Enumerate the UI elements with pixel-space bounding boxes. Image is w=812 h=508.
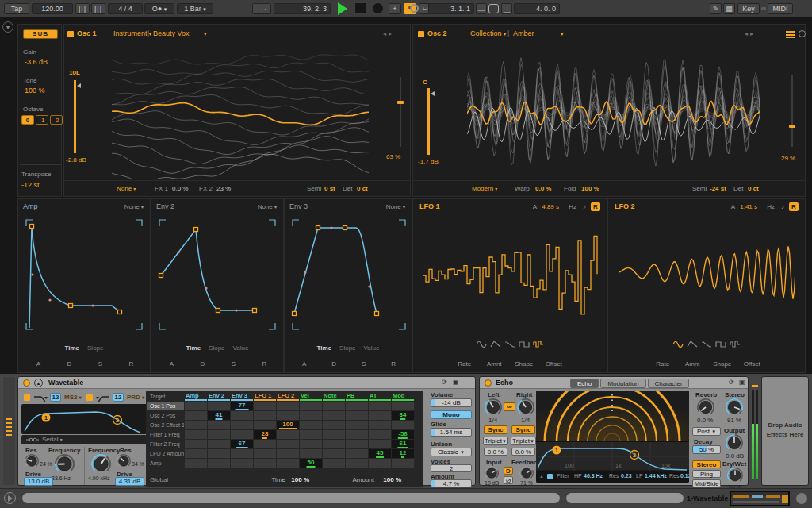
preview-play-icon[interactable]	[4, 492, 16, 504]
random-icon[interactable]	[533, 337, 544, 346]
matrix-column-header[interactable]: LFO 2	[277, 392, 299, 401]
osc2-category-menu[interactable]: Collection ▾	[470, 29, 506, 37]
overdub-icon[interactable]: +	[389, 3, 401, 14]
hot-swap-icon[interactable]: ⟳	[729, 379, 734, 386]
matrix-cell[interactable]	[185, 411, 207, 420]
mono-button[interactable]: Mono	[431, 410, 472, 419]
lfo1-retrigger-button[interactable]: R	[591, 202, 600, 211]
right-division-value[interactable]: 1/4	[521, 417, 530, 424]
square-icon[interactable]	[715, 337, 726, 346]
fold-value[interactable]: 100 %	[581, 185, 599, 192]
filter2-res-knob[interactable]	[117, 454, 131, 471]
matrix-cell[interactable]	[346, 430, 368, 439]
left-offset-value[interactable]: 0.0 %	[484, 448, 508, 456]
matrix-cell[interactable]	[300, 411, 322, 420]
clip-overview-thumbnail[interactable]	[730, 491, 790, 506]
stereo-link-icon[interactable]: ∞	[504, 402, 515, 411]
filter1-toggle[interactable]	[24, 394, 30, 401]
feedback-d-button[interactable]: D	[504, 467, 513, 475]
matrix-cell[interactable]: 100	[277, 421, 299, 429]
matrix-cell[interactable]	[185, 440, 207, 448]
lp-res-value[interactable]: 0.12	[680, 473, 689, 479]
right-sync-button[interactable]: Sync	[511, 425, 535, 434]
lfo2-note-sync-icon[interactable]: ♪	[781, 203, 784, 210]
matrix-cell[interactable]	[185, 402, 207, 410]
matrix-cell[interactable]	[254, 421, 276, 429]
matrix-cell[interactable]	[300, 402, 322, 410]
det-value[interactable]: 0 ct	[748, 185, 759, 192]
drop-audio-effects-zone[interactable]: Drop Audio Effects Here	[761, 376, 809, 486]
osc2-wavetable-visualization[interactable]	[467, 44, 760, 180]
show-hide-button[interactable]	[796, 493, 807, 504]
osc2-gain-fader[interactable]	[427, 88, 430, 155]
mode-stereo-button[interactable]: Stereo	[692, 460, 721, 468]
osc1-gain-handle[interactable]	[77, 83, 81, 88]
time-signature-field[interactable]: 4 / 4	[108, 3, 143, 14]
matrix-cell[interactable]	[323, 421, 345, 429]
matrix-column-header[interactable]: Env 3	[231, 392, 253, 401]
device-activator-led[interactable]	[485, 379, 492, 387]
matrix-cell[interactable]	[208, 430, 230, 439]
matrix-cell[interactable]: 41	[208, 411, 230, 420]
unfold-device-icon[interactable]: ▲	[34, 379, 43, 387]
matrix-cell[interactable]	[231, 449, 253, 458]
lfo2-attack-value[interactable]: 1.41 s	[740, 203, 757, 210]
follow-icon[interactable]: →·	[252, 3, 271, 14]
osc2-position-value[interactable]: 29 %	[781, 155, 795, 162]
matrix-cell[interactable]	[277, 449, 299, 458]
matrix-cell[interactable]	[346, 459, 368, 468]
matrix-cell[interactable]	[231, 411, 253, 420]
osc2-effect-mode-menu[interactable]: Modern ▾	[472, 185, 497, 192]
osc2-position-slider[interactable]	[791, 75, 793, 147]
tone-value[interactable]: 100 %	[25, 87, 45, 94]
filter1-slope-button[interactable]: 12	[50, 393, 61, 402]
mode-pingpong-button[interactable]: Ping Pong	[692, 470, 721, 478]
hp-freq-value[interactable]: 46.3 Hz	[584, 473, 603, 479]
matrix-cell[interactable]	[208, 459, 230, 468]
lfo2-hz-label[interactable]: Hz	[767, 203, 775, 210]
transpose-value[interactable]: -12 st	[21, 181, 40, 189]
matrix-cell[interactable]	[254, 411, 276, 420]
osc2-wavetable-menu[interactable]: Amber	[513, 29, 534, 37]
matrix-cell[interactable]	[208, 402, 230, 410]
matrix-cell[interactable]: 34	[392, 411, 414, 420]
matrix-cell[interactable]	[369, 459, 391, 468]
tap-tempo-button[interactable]: Tap	[4, 3, 29, 14]
matrix-cell[interactable]	[254, 459, 276, 468]
osc2-toggle[interactable]	[418, 31, 424, 37]
matrix-column-header[interactable]: Env 2	[208, 392, 230, 401]
matrix-column-header[interactable]: Amp	[185, 392, 207, 401]
output-value[interactable]: 0.0 dB	[726, 452, 744, 460]
osc1-wavetable-dropdown-icon[interactable]: ▾	[204, 31, 207, 37]
matrix-column-header[interactable]: Vel	[300, 392, 322, 401]
matrix-cell[interactable]	[346, 402, 368, 410]
matrix-cell[interactable]	[300, 440, 322, 448]
reverb-value[interactable]: 0.0 %	[697, 417, 713, 424]
view-circle-icon[interactable]	[799, 30, 806, 37]
filter2-toggle[interactable]	[86, 394, 93, 401]
filter-display[interactable]: 1 2	[21, 404, 147, 434]
lfo1-hz-label[interactable]: Hz	[569, 203, 576, 210]
saw-icon[interactable]	[504, 337, 515, 346]
save-preset-icon[interactable]: ▣	[453, 379, 459, 386]
lfo2-retrigger-button[interactable]: R	[789, 202, 799, 211]
res1-value[interactable]: 24 %	[40, 461, 52, 467]
matrix-cell[interactable]	[346, 421, 368, 429]
tab-slope[interactable]: Slope	[209, 344, 224, 352]
loop-switch-icon[interactable]	[488, 4, 499, 13]
osc1-position-handle[interactable]	[397, 101, 404, 104]
routing-menu[interactable]: Serial ▾	[42, 436, 63, 443]
sine-icon[interactable]	[476, 337, 487, 346]
matrix-row-label[interactable]: Osc 2 Pos	[147, 411, 184, 420]
drive1-value[interactable]: 13.0 dB	[24, 477, 53, 486]
loop-start-field[interactable]: 3. 1. 1	[428, 3, 474, 14]
filter1-freq-knob[interactable]	[55, 454, 75, 477]
matrix-cell[interactable]	[392, 421, 414, 429]
midi-map-button[interactable]: MIDI	[768, 3, 793, 14]
quantize-menu[interactable]: O● ▾	[144, 3, 174, 14]
tempo-field[interactable]: 120.00	[32, 3, 73, 14]
matrix-cell[interactable]	[185, 449, 207, 458]
osc2-prev-next-icons[interactable]: ◂▸	[745, 30, 756, 37]
env3-title[interactable]: Env 3	[289, 202, 308, 210]
freq2-value[interactable]: 4.90 kHz	[88, 475, 110, 481]
